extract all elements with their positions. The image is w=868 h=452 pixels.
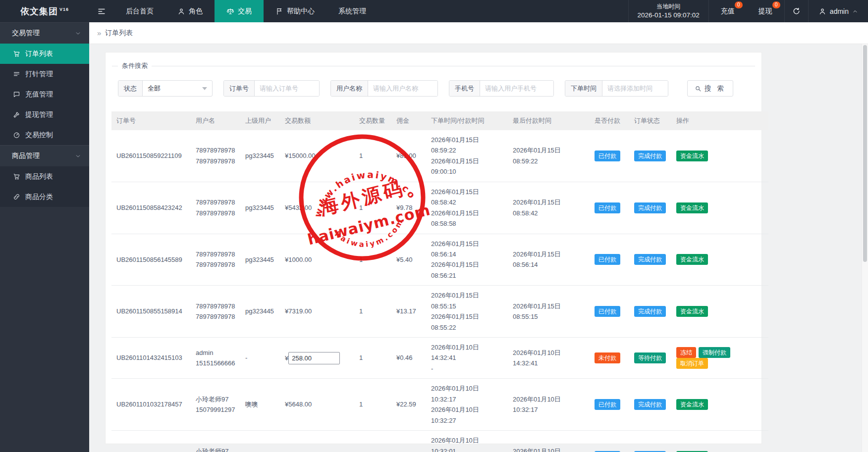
user-phone: 78978978978 — [196, 311, 235, 322]
scrollbar[interactable] — [862, 44, 868, 452]
user-name: 小玲老师97 — [196, 446, 235, 452]
order-status-badge: 完成付款 — [634, 306, 666, 317]
user-name-input[interactable] — [368, 81, 437, 96]
status-select[interactable]: 全部 — [143, 81, 212, 96]
order-no: UB2601150859221109 — [111, 130, 191, 182]
user-phone: 15151566666 — [196, 358, 235, 368]
link-icon — [13, 193, 20, 201]
sidebar-item[interactable]: 商品列表 — [0, 166, 89, 187]
list-icon — [13, 70, 20, 78]
chevron-down-icon — [202, 87, 207, 90]
sidebar-item[interactable]: 订单列表 — [0, 44, 89, 64]
action-button[interactable]: 强制付款 — [699, 347, 730, 358]
table-header-row: 订单号用户名上级用户交易数额交易数量佣金下单时间/付款时间最后付款时间是否付款订… — [111, 111, 768, 130]
trade-qty: 1 — [354, 182, 391, 234]
order-status-badge: 完成付款 — [634, 151, 666, 161]
order-no: UB2601101032011279 — [111, 431, 191, 452]
order-time-filter: 下单时间 — [565, 80, 668, 97]
column-header: 交易数额 — [280, 111, 354, 130]
local-time: 当地时间 2026-01-15 09:07:02 — [628, 0, 709, 22]
last-pay-time: 2026年01月15日 08:55:15 — [508, 286, 590, 338]
sidebar-item[interactable]: 商品分类 — [0, 187, 89, 207]
breadcrumb: » 订单列表 — [89, 22, 868, 44]
recharge-count-badge: 0 — [735, 1, 743, 8]
column-header: 最后付款时间 — [508, 111, 590, 130]
amount-input[interactable] — [288, 352, 340, 364]
order-no: UB2601150855158914 — [111, 286, 191, 338]
phone-input[interactable] — [480, 81, 553, 96]
user-name: 78978978978 — [196, 301, 235, 311]
refresh-icon — [792, 7, 801, 15]
paid-badge: 已付款 — [595, 306, 620, 317]
paid-badge: 已付款 — [595, 254, 620, 265]
top-bar: 依文集团V16 后台首页 角色 交易 帮助中心 系统管理 当地时间 2026-0… — [0, 0, 868, 22]
menu-toggle-icon[interactable] — [89, 0, 114, 22]
chevron-down-icon — [75, 30, 81, 37]
action-button[interactable]: 资金流水 — [676, 202, 708, 213]
commission: ¥0.46 — [391, 338, 426, 379]
sidebar-item[interactable]: 提现管理 — [0, 104, 89, 125]
app-logo: 依文集团V16 — [0, 0, 89, 22]
user-phone: 15079991297 — [196, 404, 235, 415]
action-button[interactable]: 取消订单 — [676, 358, 708, 369]
nav-item-flag[interactable]: 帮助中心 — [264, 0, 326, 22]
search-button[interactable]: 搜 索 — [687, 80, 733, 97]
order-status-badge: 完成付款 — [634, 254, 666, 265]
column-header: 用户名 — [191, 111, 240, 130]
sidebar-group[interactable]: 商品管理 — [0, 145, 89, 166]
column-header: 下单时间/付款时间 — [426, 111, 508, 130]
last-pay-time: 2026年01月10日 14:32:41 — [508, 338, 590, 379]
commission: ¥81.00 — [391, 130, 426, 182]
trade-amount: ¥5648.00 — [280, 379, 354, 431]
gauge-icon — [13, 131, 20, 139]
column-header: 操作 — [671, 111, 768, 130]
order-time: 2026年01月10日 10:32:01 — [431, 435, 503, 452]
user-menu[interactable]: admin — [808, 0, 868, 22]
action-button[interactable]: 资金流水 — [676, 306, 708, 317]
pay-time: 2026年01月10日 10:32:27 — [431, 404, 503, 426]
order-time: 2026年01月15日 08:58:42 — [431, 187, 503, 208]
table-row: UB2601150855158914 78978978978 789789789… — [111, 286, 768, 338]
nav-item-plain[interactable]: 系统管理 — [326, 0, 378, 22]
sidebar-item[interactable]: 打针管理 — [0, 64, 89, 84]
refresh-button[interactable] — [784, 0, 808, 22]
nav-item-user[interactable]: 角色 — [165, 0, 215, 22]
trade-qty: 1 — [354, 379, 391, 431]
top-nav: 后台首页 角色 交易 帮助中心 系统管理 — [114, 0, 378, 22]
sidebar-group[interactable]: 交易管理 — [0, 22, 89, 44]
action-button[interactable]: 冻结 — [676, 347, 696, 358]
order-no-input[interactable] — [255, 81, 319, 96]
chevron-up-icon — [852, 8, 858, 14]
commission: ¥9.78 — [391, 182, 426, 234]
last-pay-time: 2026年01月10日 10:32:01 — [508, 431, 590, 452]
recharge-button[interactable]: 充值 0 — [709, 0, 747, 22]
withdraw-button[interactable]: 提现 0 — [747, 0, 784, 22]
order-time: 2026年01月15日 08:56:14 — [431, 239, 503, 260]
column-header: 上级用户 — [240, 111, 280, 130]
status-filter: 状态 全部 — [118, 80, 213, 97]
sidebar-item[interactable]: 充值管理 — [0, 84, 89, 104]
paid-badge: 未付款 — [595, 352, 620, 363]
user-icon — [818, 7, 826, 15]
order-no: UB2601101432415103 — [111, 338, 191, 379]
flag-icon — [275, 7, 283, 15]
trade-qty: 1 — [354, 130, 391, 182]
action-button[interactable]: 资金流水 — [676, 254, 708, 265]
user-phone: 78978978978 — [196, 259, 235, 270]
pay-time: - — [431, 363, 503, 374]
trade-amount: ¥7319.00 — [280, 286, 354, 338]
scrollbar-thumb[interactable] — [863, 45, 867, 262]
nav-item-scales[interactable]: 交易 — [215, 0, 264, 22]
withdraw-count-badge: 0 — [772, 1, 780, 8]
parent-user: - — [240, 338, 280, 379]
user-name-filter: 用户名称 — [330, 80, 438, 97]
order-time-input[interactable] — [602, 81, 668, 96]
order-no: UB2601101032178457 — [111, 379, 191, 431]
sidebar-item[interactable]: 交易控制 — [0, 125, 89, 145]
user-name: 78978978978 — [196, 145, 235, 155]
user-name: 小玲老师97 — [196, 394, 235, 404]
action-button[interactable]: 资金流水 — [676, 151, 708, 161]
nav-item-plain[interactable]: 后台首页 — [114, 0, 165, 22]
commission: ¥13.17 — [391, 286, 426, 338]
action-button[interactable]: 资金流水 — [676, 399, 708, 410]
